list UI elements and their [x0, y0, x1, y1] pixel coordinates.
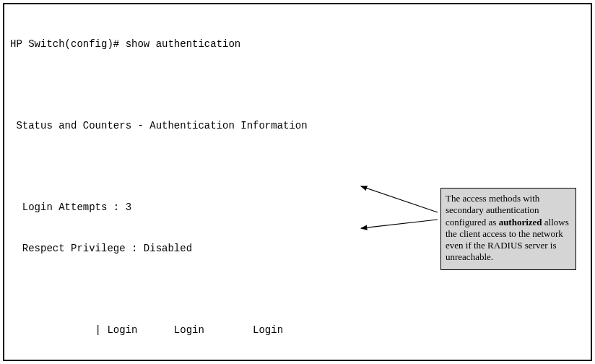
blank-line — [10, 78, 589, 92]
callout-text-bold: authorized — [499, 217, 542, 228]
blank-line — [10, 283, 589, 297]
terminal-output: HP Switch(config)# show authentication S… — [10, 10, 589, 361]
prompt-line: HP Switch(config)# show authentication — [10, 38, 589, 51]
section-title: Status and Counters - Authentication Inf… — [10, 119, 589, 133]
terminal-frame: HP Switch(config)# show authentication S… — [3, 3, 592, 361]
svg-line-0 — [361, 186, 438, 212]
annotation-callout: The access methods with secondary authen… — [440, 188, 576, 270]
login-header-1: | Login Login Login — [10, 324, 589, 337]
svg-line-1 — [361, 220, 438, 228]
callout-arrows — [358, 183, 445, 256]
blank-line — [10, 160, 589, 174]
